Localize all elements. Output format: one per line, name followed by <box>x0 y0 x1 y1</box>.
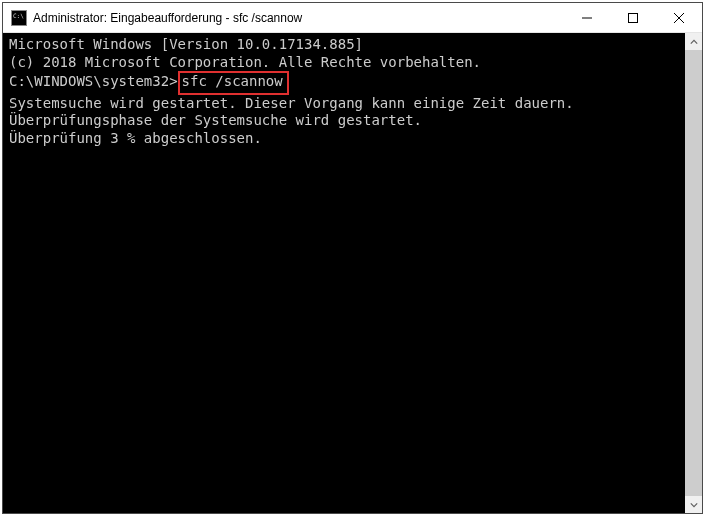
close-button[interactable] <box>656 3 702 32</box>
output-line: Überprüfungsphase der Systemsuche wird g… <box>9 112 685 130</box>
window-controls <box>564 3 702 32</box>
output-line: (c) 2018 Microsoft Corporation. Alle Rec… <box>9 54 685 72</box>
highlighted-command: sfc /scannow <box>178 71 289 95</box>
command-prompt-window: Administrator: Eingabeaufforderung - sfc… <box>2 2 703 514</box>
svg-rect-1 <box>629 13 638 22</box>
window-title: Administrator: Eingabeaufforderung - sfc… <box>33 11 564 25</box>
maximize-button[interactable] <box>610 3 656 32</box>
minimize-button[interactable] <box>564 3 610 32</box>
output-line: Microsoft Windows [Version 10.0.17134.88… <box>9 36 685 54</box>
terminal-area[interactable]: Microsoft Windows [Version 10.0.17134.88… <box>3 33 702 513</box>
titlebar[interactable]: Administrator: Eingabeaufforderung - sfc… <box>3 3 702 33</box>
scroll-up-button[interactable] <box>685 33 702 50</box>
terminal-content: Microsoft Windows [Version 10.0.17134.88… <box>9 36 685 147</box>
output-line: Systemsuche wird gestartet. Dieser Vorga… <box>9 95 685 113</box>
scroll-track[interactable] <box>685 50 702 496</box>
prompt-line: C:\WINDOWS\system32>sfc /scannow <box>9 71 685 95</box>
output-line: Überprüfung 3 % abgeschlossen. <box>9 130 685 148</box>
scroll-thumb[interactable] <box>685 50 702 496</box>
vertical-scrollbar[interactable] <box>685 33 702 513</box>
cmd-icon <box>11 10 27 26</box>
prompt-path: C:\WINDOWS\system32> <box>9 73 178 89</box>
scroll-down-button[interactable] <box>685 496 702 513</box>
